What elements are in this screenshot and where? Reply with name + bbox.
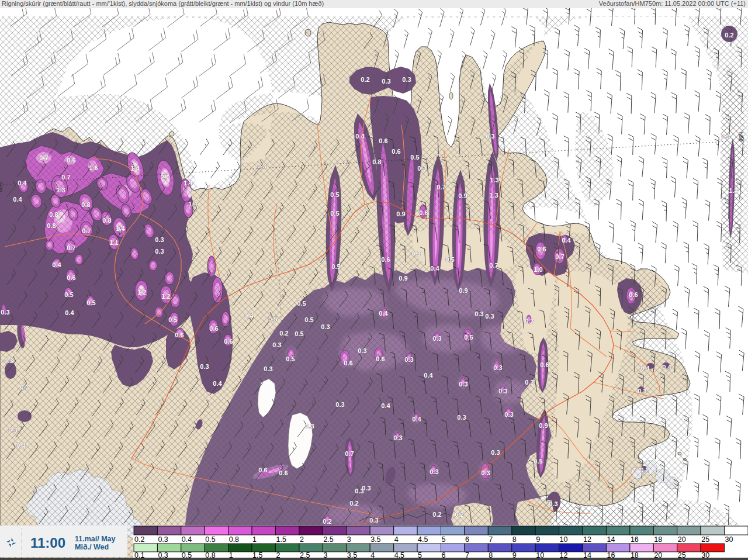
svg-text:0.7: 0.7 (67, 244, 75, 251)
svg-text:0.2: 0.2 (640, 466, 649, 473)
svg-text:9: 9 (536, 535, 540, 544)
svg-text:0.2: 0.2 (279, 330, 288, 337)
svg-text:0.3: 0.3 (493, 364, 502, 371)
svg-text:0.2: 0.2 (323, 518, 331, 525)
svg-text:0.3: 0.3 (200, 363, 209, 370)
svg-text:0.4: 0.4 (640, 365, 650, 372)
svg-text:0.4: 0.4 (13, 196, 22, 203)
svg-text:0.3: 0.3 (155, 248, 164, 255)
svg-text:66N: 66N (0, 182, 4, 192)
svg-text:14: 14 (607, 535, 615, 544)
svg-text:0.6: 0.6 (258, 466, 267, 473)
svg-text:1.0: 1.0 (534, 266, 542, 273)
svg-text:30: 30 (725, 535, 733, 544)
svg-text:0.4: 0.4 (355, 133, 365, 140)
svg-text:0.3: 0.3 (549, 500, 557, 507)
svg-text:0.3: 0.3 (486, 133, 494, 140)
svg-text:1.4: 1.4 (729, 187, 738, 194)
svg-text:0.3: 0.3 (475, 310, 483, 317)
svg-text:0.4: 0.4 (18, 179, 27, 186)
svg-text:0.4: 0.4 (213, 380, 222, 387)
svg-text:0.5: 0.5 (64, 291, 73, 298)
svg-text:1.4: 1.4 (130, 165, 140, 172)
svg-text:0.3: 0.3 (257, 163, 266, 170)
svg-text:3.5: 3.5 (370, 535, 380, 544)
svg-text:4.5: 4.5 (418, 535, 428, 544)
svg-text:0.3: 0.3 (20, 383, 29, 390)
svg-text:16: 16 (631, 535, 639, 544)
svg-text:0.5: 0.5 (464, 334, 473, 341)
svg-text:0.8: 0.8 (47, 222, 56, 229)
svg-text:0.3: 0.3 (402, 76, 411, 83)
svg-text:0.9: 0.9 (539, 422, 548, 429)
svg-text:0.4: 0.4 (52, 261, 61, 268)
svg-text:0.3: 0.3 (485, 313, 494, 320)
svg-text:0.4: 0.4 (182, 535, 192, 544)
svg-text:0.6: 0.6 (344, 359, 352, 367)
svg-text:0.7: 0.7 (489, 262, 498, 269)
svg-text:0.9: 0.9 (458, 192, 467, 199)
svg-text:0.3: 0.3 (1, 309, 9, 316)
svg-text:0.3: 0.3 (417, 165, 426, 172)
svg-text:0.3: 0.3 (411, 250, 420, 257)
svg-text:0.5: 0.5 (297, 300, 306, 307)
svg-text:0.4: 0.4 (562, 237, 571, 244)
svg-text:0.5: 0.5 (286, 355, 295, 362)
svg-text:0.5: 0.5 (331, 263, 340, 270)
svg-text:7: 7 (489, 535, 493, 544)
svg-text:0.2: 0.2 (134, 535, 144, 544)
svg-text:0.4: 0.4 (244, 312, 254, 319)
svg-text:0.3: 0.3 (525, 317, 534, 324)
svg-text:0.9: 0.9 (396, 210, 405, 217)
svg-text:1: 1 (252, 535, 257, 544)
svg-text:1.4: 1.4 (116, 225, 125, 232)
svg-text:0.8: 0.8 (81, 201, 90, 208)
svg-text:0.6: 0.6 (629, 291, 638, 298)
svg-text:0.3: 0.3 (369, 517, 378, 524)
svg-text:2.0: 2.0 (161, 174, 169, 181)
svg-text:0.6: 0.6 (379, 137, 387, 144)
svg-text:0.5: 0.5 (330, 210, 339, 217)
svg-text:0.6: 0.6 (537, 246, 546, 253)
svg-text:0.8: 0.8 (49, 211, 58, 218)
svg-text:1.1: 1.1 (109, 239, 118, 246)
svg-text:4: 4 (394, 535, 399, 544)
svg-text:0.3: 0.3 (525, 379, 534, 386)
svg-text:0.7: 0.7 (82, 227, 91, 234)
svg-text:0.4: 0.4 (721, 133, 730, 140)
svg-text:0.3: 0.3 (305, 423, 314, 430)
svg-text:1.2: 1.2 (137, 289, 146, 296)
svg-text:0.2: 0.2 (432, 511, 441, 518)
svg-text:0.3: 0.3 (272, 341, 281, 348)
svg-text:1.2: 1.2 (161, 293, 170, 300)
svg-text:0.6: 0.6 (224, 338, 233, 345)
svg-text:0.8: 0.8 (229, 535, 239, 544)
svg-text:0.4: 0.4 (381, 402, 390, 409)
svg-text:0.3: 0.3 (498, 388, 507, 395)
svg-text:0.5: 0.5 (445, 256, 454, 263)
svg-text:0.4: 0.4 (65, 309, 74, 316)
svg-text:0.3: 0.3 (8, 427, 17, 434)
svg-text:18: 18 (654, 535, 662, 544)
svg-text:1.3: 1.3 (489, 192, 498, 199)
svg-text:0.5: 0.5 (410, 154, 419, 161)
svg-text:0.3: 0.3 (264, 365, 272, 372)
svg-text:0.8: 0.8 (102, 217, 111, 224)
svg-text:0.2: 0.2 (725, 32, 733, 39)
svg-text:0.9: 0.9 (459, 287, 468, 294)
svg-text:0.3: 0.3 (335, 401, 344, 408)
svg-text:0.3: 0.3 (158, 535, 168, 544)
svg-text:0.5: 0.5 (330, 191, 339, 198)
svg-text:1.6: 1.6 (89, 164, 98, 171)
svg-text:0.5: 0.5 (268, 316, 277, 323)
svg-text:1.3: 1.3 (56, 186, 65, 193)
svg-text:0.7: 0.7 (555, 253, 564, 260)
svg-text:0.3: 0.3 (382, 78, 390, 85)
svg-text:0.6: 0.6 (376, 355, 385, 362)
svg-text:2: 2 (300, 535, 304, 544)
svg-text:0.6: 0.6 (175, 331, 183, 338)
svg-text:2.5: 2.5 (323, 535, 333, 544)
svg-text:0.6: 0.6 (279, 469, 288, 476)
svg-text:0.5: 0.5 (304, 316, 313, 323)
svg-text:0.3: 0.3 (358, 347, 366, 354)
